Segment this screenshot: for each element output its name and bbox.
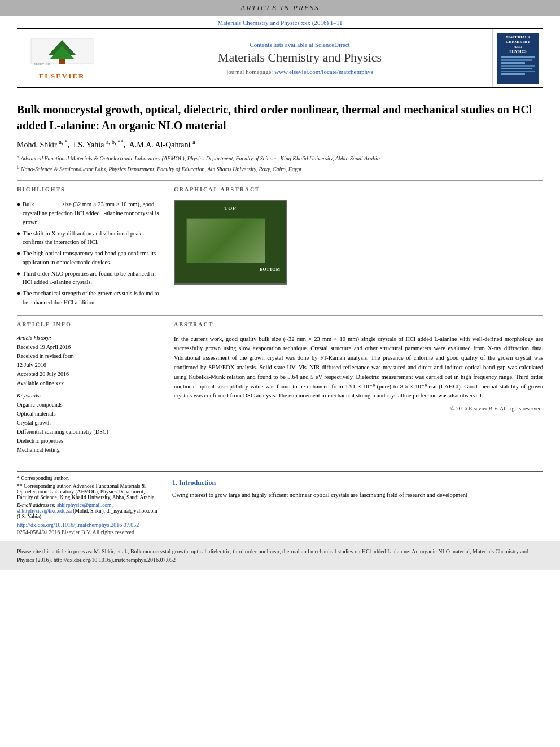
article-history-label: Article history: bbox=[17, 335, 164, 341]
graphical-abstract-header: GRAPHICAL ABSTRACT bbox=[174, 186, 543, 195]
article-history-dates: Received 19 April 2016 Received in revis… bbox=[17, 343, 164, 388]
article-in-press-banner: ARTICLE IN PRESS bbox=[0, 0, 560, 16]
journal-title: Materials Chemistry and Physics bbox=[218, 50, 382, 65]
abstract-header: ABSTRACT bbox=[174, 321, 543, 330]
abstract-text: In the current work, good quality bulk s… bbox=[174, 335, 543, 401]
keyword-4: Differential scanning calorimetry (DSC) bbox=[17, 427, 164, 436]
affil-b-text: Nano-Science & Semiconductor Labs, Physi… bbox=[21, 166, 301, 172]
highlight-2: The shift in X-ray diffraction and vibra… bbox=[17, 229, 164, 247]
highlights-graphical-row: HIGHLIGHTS Bulk size (32 mm × 23 mm × 10… bbox=[17, 180, 543, 309]
highlight-1: Bulk size (32 mm × 23 mm × 10 mm), good … bbox=[17, 200, 164, 226]
article-title: Bulk monocrystal growth, optical, dielec… bbox=[17, 102, 543, 133]
graphical-abstract-image: TOP BOTTOM bbox=[174, 200, 287, 285]
sciencedirect-link[interactable]: ScienceDirect bbox=[315, 41, 350, 48]
affiliation-a: a Advanced Functional Materials & Optoel… bbox=[17, 153, 543, 163]
journal-info-center: Contents lists available at ScienceDirec… bbox=[107, 29, 492, 87]
author-2-sup: a, b, ** bbox=[106, 139, 124, 145]
received-revised-label: Received in revised form bbox=[17, 352, 164, 361]
introduction-text: Owing interest to grow large and highly … bbox=[172, 491, 543, 500]
email-label: E-mail addresses: bbox=[17, 503, 56, 508]
accepted-date: Accepted 20 July 2016 bbox=[17, 370, 164, 379]
footnotes-right: 1. Introduction Owing interest to grow l… bbox=[172, 475, 543, 535]
article-info-column: ARTICLE INFO Article history: Received 1… bbox=[17, 321, 164, 455]
abstract-column: ABSTRACT In the current work, good quali… bbox=[174, 321, 543, 455]
email-2[interactable]: shkirphysics@kku.edu.sa bbox=[17, 508, 72, 514]
corresponding-2: ** Corresponding author. Advanced Functi… bbox=[17, 483, 161, 500]
keyword-2: Optical materials bbox=[17, 409, 164, 418]
author-2: I.S. Yahia a, b, ** bbox=[73, 141, 124, 149]
elsevier-tree-icon: ELSEVIER bbox=[28, 36, 96, 69]
doi-link[interactable]: http://dx.doi.org/10.1016/j.matchemphys.… bbox=[17, 522, 161, 528]
contents-available-line: Contents lists available at ScienceDirec… bbox=[250, 41, 349, 48]
affil-a-sup: a bbox=[17, 154, 19, 159]
available-online: Available online xxx bbox=[17, 379, 164, 388]
introduction-heading: 1. Introduction bbox=[172, 479, 543, 487]
issn-line: 0254-0584/© 2016 Elsevier B.V. All right… bbox=[17, 529, 161, 535]
author-1: Mohd. Shkir a, * bbox=[17, 141, 67, 149]
introduction-section: 1. Introduction Owing interest to grow l… bbox=[172, 479, 543, 500]
citation-bar: Please cite this article in press as: M.… bbox=[0, 541, 560, 570]
highlights-list: Bulk size (32 mm × 23 mm × 10 mm), good … bbox=[17, 200, 164, 307]
graphical-abstract-column: GRAPHICAL ABSTRACT TOP BOTTOM bbox=[174, 186, 543, 309]
keyword-5: Dielectric properties bbox=[17, 436, 164, 445]
affil-b-sup: b bbox=[17, 164, 20, 170]
author-3: A.M.A. Al-Qahtani a bbox=[129, 141, 195, 149]
keyword-3: Crystal growth bbox=[17, 418, 164, 427]
keyword-6: Mechanical testing bbox=[17, 445, 164, 455]
corresponding-1: * Corresponding author. bbox=[17, 475, 161, 481]
journal-reference: Materials Chemistry and Physics xxx (201… bbox=[0, 16, 560, 28]
footnotes-left: * Corresponding author. ** Corresponding… bbox=[17, 475, 161, 535]
email-1[interactable]: shkirphysics@gmail.com bbox=[57, 503, 112, 508]
elsevier-logo-area: ELSEVIER ELSEVIER bbox=[17, 29, 107, 87]
svg-text:ELSEVIER: ELSEVIER bbox=[34, 62, 50, 65]
affiliations: a Advanced Functional Materials & Optoel… bbox=[17, 153, 543, 174]
journal-homepage-link[interactable]: www.elsevier.com/locate/matchemphys bbox=[274, 68, 373, 75]
received-date: Received 19 April 2016 bbox=[17, 343, 164, 352]
elsevier-label: ELSEVIER bbox=[39, 72, 85, 81]
email-line: E-mail addresses: shkirphysics@gmail.com… bbox=[17, 503, 161, 519]
svg-rect-3 bbox=[59, 59, 65, 64]
highlight-3: The high optical transparency and band g… bbox=[17, 249, 164, 267]
highlights-column: HIGHLIGHTS Bulk size (32 mm × 23 mm × 10… bbox=[17, 186, 164, 309]
authors-line: Mohd. Shkir a, *, I.S. Yahia a, b, **, A… bbox=[17, 139, 543, 150]
keywords-label: Keywords: bbox=[17, 392, 164, 399]
ga-crystal-shape bbox=[186, 218, 265, 263]
copyright-notice: © 2016 Elsevier B.V. All rights reserved… bbox=[174, 405, 543, 412]
highlight-5: The mechanical strength of the grown cry… bbox=[17, 289, 164, 307]
journal-cover-image: MATERIALS CHEMISTRY AND PHYSICS bbox=[497, 33, 539, 84]
ga-top-label: TOP bbox=[224, 206, 236, 211]
cover-decorative-lines bbox=[501, 56, 535, 76]
article-info-header: ARTICLE INFO bbox=[17, 321, 164, 330]
journal-cover-area: MATERIALS CHEMISTRY AND PHYSICS bbox=[492, 29, 543, 87]
highlights-header: HIGHLIGHTS bbox=[17, 186, 164, 195]
keyword-1: Organic compounds bbox=[17, 400, 164, 409]
cover-title-text: MATERIALS CHEMISTRY AND PHYSICS bbox=[506, 35, 530, 54]
author-1-sup: a, * bbox=[59, 139, 67, 145]
article-info-abstract-row: ARTICLE INFO Article history: Received 1… bbox=[17, 315, 543, 455]
keywords-section: Keywords: Organic compounds Optical mate… bbox=[17, 392, 164, 455]
journal-homepage-line: journal homepage: www.elsevier.com/locat… bbox=[226, 68, 373, 75]
main-content: Bulk monocrystal growth, optical, dielec… bbox=[17, 88, 543, 466]
journal-header: ELSEVIER ELSEVIER Contents lists availab… bbox=[17, 28, 543, 88]
affil-a-text: Advanced Functional Materials & Optoelec… bbox=[21, 155, 380, 161]
footnotes-area: * Corresponding author. ** Corresponding… bbox=[17, 471, 543, 535]
author-3-sup: a bbox=[193, 139, 195, 145]
article-history: Article history: Received 19 April 2016 … bbox=[17, 335, 164, 388]
affiliation-b: b Nano-Science & Semiconductor Labs, Phy… bbox=[17, 164, 543, 173]
received-revised-date: 12 July 2016 bbox=[17, 361, 164, 370]
highlight-4: Third order NLO properties are found to … bbox=[17, 269, 164, 287]
ga-bottom-label: BOTTOM bbox=[260, 267, 280, 272]
